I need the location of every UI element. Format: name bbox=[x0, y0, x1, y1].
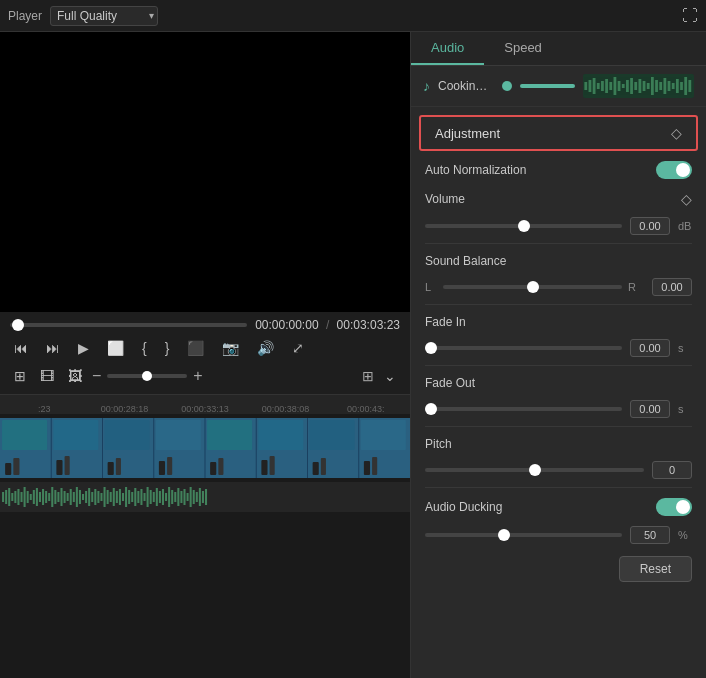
timeline-zoom-row: ⊞ 🎞 🖼 − + ⊞ ⌄ bbox=[10, 364, 400, 388]
balance-value[interactable]: 0.00 bbox=[652, 278, 692, 296]
svg-rect-64 bbox=[97, 491, 99, 503]
svg-rect-30 bbox=[310, 420, 355, 450]
snapshot-button[interactable]: 📷 bbox=[218, 338, 243, 358]
play-button[interactable]: ▶ bbox=[74, 338, 93, 358]
auto-normalization-toggle[interactable] bbox=[656, 161, 692, 179]
svg-rect-8 bbox=[5, 463, 11, 475]
frame-back-button[interactable]: ⏭ bbox=[42, 338, 64, 358]
divider-4 bbox=[425, 426, 692, 427]
pitch-value[interactable]: 0 bbox=[652, 461, 692, 479]
svg-rect-90 bbox=[177, 488, 179, 506]
svg-rect-95 bbox=[193, 490, 195, 504]
audio-ducking-track[interactable] bbox=[425, 533, 622, 537]
pitch-track[interactable] bbox=[425, 468, 644, 472]
video-track bbox=[0, 418, 410, 478]
grid-icon[interactable]: ⊞ bbox=[362, 368, 374, 384]
svg-rect-42 bbox=[30, 494, 32, 500]
svg-rect-124 bbox=[680, 82, 683, 90]
diamond-icon[interactable]: ◇ bbox=[671, 125, 682, 141]
svg-rect-106 bbox=[605, 79, 608, 93]
svg-rect-83 bbox=[156, 488, 158, 506]
svg-rect-44 bbox=[36, 488, 38, 506]
svg-rect-119 bbox=[659, 82, 662, 90]
volume-unit: dB bbox=[678, 220, 692, 232]
balance-r-label: R bbox=[628, 281, 640, 293]
svg-rect-27 bbox=[156, 420, 201, 450]
fade-out-track[interactable] bbox=[425, 407, 622, 411]
svg-rect-29 bbox=[258, 420, 303, 450]
audio-track-display: ♪ Cooking Spaghetti _ Mr. ... bbox=[411, 66, 706, 107]
volume-diamond-icon[interactable]: ◇ bbox=[681, 191, 692, 207]
audio-ducking-slider-row: 50 % bbox=[411, 522, 706, 548]
ruler-marks: :23 00:00:28:18 00:00:33:13 00:00:38:08 … bbox=[4, 395, 406, 414]
total-time-value: 00:03:03:23 bbox=[337, 318, 400, 332]
volume-slider-track[interactable] bbox=[425, 224, 622, 228]
svg-rect-36 bbox=[11, 493, 13, 501]
svg-rect-84 bbox=[159, 491, 161, 503]
skip-back-button[interactable]: ⏮ bbox=[10, 338, 32, 358]
svg-rect-55 bbox=[70, 489, 72, 505]
adjustment-section-header: Adjustment ◇ bbox=[419, 115, 698, 151]
zoom-minus-button[interactable]: − bbox=[92, 367, 101, 385]
crop-button[interactable]: ⬜ bbox=[103, 338, 128, 358]
panel-tabs: Audio Speed bbox=[411, 32, 706, 66]
fade-in-value[interactable]: 0.00 bbox=[630, 339, 670, 357]
svg-rect-112 bbox=[630, 78, 633, 94]
balance-track[interactable] bbox=[443, 285, 622, 289]
track-waveform-mini bbox=[583, 74, 694, 98]
fade-out-thumb[interactable] bbox=[425, 403, 437, 415]
volume-button[interactable]: 🔊 bbox=[253, 338, 278, 358]
svg-rect-23 bbox=[372, 457, 377, 475]
svg-rect-72 bbox=[122, 493, 124, 501]
tab-audio[interactable]: Audio bbox=[411, 32, 484, 65]
audio-ducking-thumb[interactable] bbox=[498, 529, 510, 541]
screen-button[interactable]: ⬛ bbox=[183, 338, 208, 358]
audio-ducking-value[interactable]: 50 bbox=[630, 526, 670, 544]
svg-rect-73 bbox=[125, 487, 127, 507]
svg-rect-21 bbox=[321, 458, 326, 475]
zoom-thumb[interactable] bbox=[142, 371, 152, 381]
fade-in-row: Fade In bbox=[411, 309, 706, 335]
timeline-ruler: :23 00:00:28:18 00:00:33:13 00:00:38:08 … bbox=[0, 394, 410, 414]
quality-select[interactable]: Full Quality Half Quality Quarter Qualit… bbox=[50, 6, 158, 26]
svg-rect-25 bbox=[53, 420, 98, 450]
svg-rect-113 bbox=[634, 82, 637, 90]
audio-ducking-toggle[interactable] bbox=[656, 498, 692, 516]
reset-button[interactable]: Reset bbox=[619, 556, 692, 582]
image-icon[interactable]: 🖼 bbox=[64, 366, 86, 386]
divider-1 bbox=[425, 243, 692, 244]
fade-in-track[interactable] bbox=[425, 346, 622, 350]
mark-in-button[interactable]: { bbox=[138, 338, 151, 358]
svg-rect-63 bbox=[94, 489, 96, 505]
volume-value[interactable]: 0.00 bbox=[630, 217, 670, 235]
svg-rect-123 bbox=[676, 79, 679, 93]
svg-rect-39 bbox=[21, 492, 23, 502]
fade-out-value[interactable]: 0.00 bbox=[630, 400, 670, 418]
scrubber-track[interactable] bbox=[10, 323, 247, 327]
pitch-thumb[interactable] bbox=[529, 464, 541, 476]
fade-out-unit: s bbox=[678, 403, 692, 415]
divider-5 bbox=[425, 487, 692, 488]
film-icon[interactable]: 🎞 bbox=[36, 366, 58, 386]
svg-rect-57 bbox=[76, 487, 78, 507]
top-toolbar: Player Full Quality Half Quality Quarter… bbox=[0, 0, 706, 32]
fullscreen-button[interactable]: ⤢ bbox=[288, 338, 308, 358]
svg-rect-13 bbox=[116, 458, 121, 475]
balance-thumb[interactable] bbox=[527, 281, 539, 293]
pitch-label: Pitch bbox=[425, 437, 525, 451]
ruler-mark-5: 00:00:43: bbox=[326, 404, 406, 414]
zoom-plus-button[interactable]: + bbox=[193, 367, 202, 385]
tab-speed[interactable]: Speed bbox=[484, 32, 562, 65]
volume-slider-thumb[interactable] bbox=[518, 220, 530, 232]
fade-in-thumb[interactable] bbox=[425, 342, 437, 354]
track-icon[interactable]: ⊞ bbox=[10, 366, 30, 386]
current-time: 00:00:00:00 / 00:03:03:23 bbox=[255, 318, 400, 332]
svg-rect-75 bbox=[131, 492, 133, 502]
scrubber-thumb[interactable] bbox=[12, 319, 24, 331]
settings-icon[interactable]: ⌄ bbox=[380, 366, 400, 386]
screenshot-icon[interactable]: ⛶ bbox=[682, 7, 698, 25]
svg-rect-49 bbox=[51, 487, 53, 507]
ruler-mark-3: 00:00:33:13 bbox=[165, 404, 245, 414]
zoom-track[interactable] bbox=[107, 374, 187, 378]
mark-out-button[interactable]: } bbox=[161, 338, 174, 358]
